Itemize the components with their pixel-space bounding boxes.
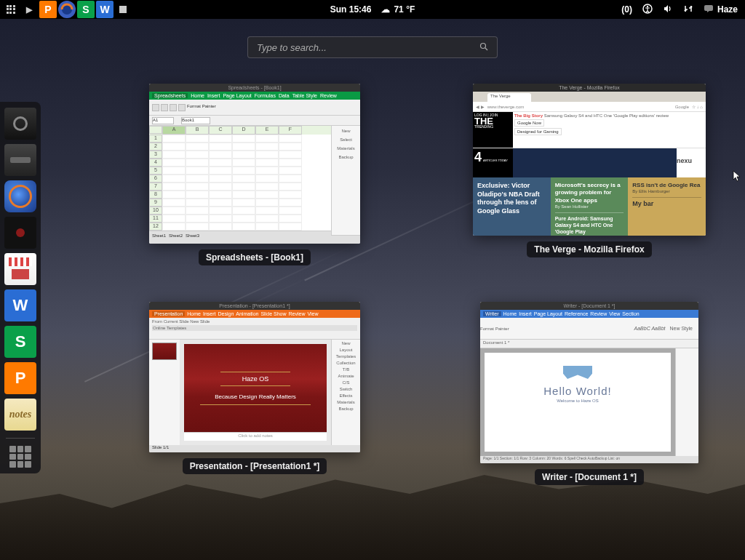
toolbar: From Current Slide New Slide Online Temp… <box>149 318 360 340</box>
window-label: Spreadsheets - [Book1] <box>199 249 311 265</box>
taskbar-spreadsheets-icon[interactable]: S <box>77 1 95 18</box>
taskbar-presentation-icon[interactable]: P <box>39 1 57 18</box>
search-input[interactable]: Type to search... <box>247 36 498 58</box>
notification-count[interactable]: (0) <box>621 4 632 15</box>
user-label: Haze <box>717 4 738 15</box>
svg-rect-3 <box>704 5 713 11</box>
window-overview: Spreadsheets - [Book1] Spreadsheets Home… <box>131 84 713 485</box>
statusbar: Slide 1/1 <box>149 445 360 452</box>
titlebar: Presentation - [Presentation1 *] <box>149 302 360 310</box>
chat-icon <box>704 4 714 15</box>
window-label: Writer - [Document 1 *] <box>535 469 644 485</box>
svg-point-2 <box>647 5 648 7</box>
titlebar: The Verge - Mozilla Firefox <box>473 84 706 92</box>
slide-canvas: Haze OS Because Design Really Matters Cl… <box>180 340 331 445</box>
user-menu[interactable]: Haze <box>704 4 738 15</box>
ribbon-graphic <box>563 366 592 379</box>
titlebar: Spreadsheets - [Book1] <box>149 84 360 92</box>
taskbar-writer-icon[interactable]: W <box>96 1 113 18</box>
window-thumb: Presentation - [Presentation1 *] Present… <box>149 302 360 452</box>
search-icon <box>479 42 488 53</box>
svg-point-4 <box>481 43 486 48</box>
spreadsheet-grid: A B C D E F 123456789101112 Sheet1 Sheet… <box>149 126 331 235</box>
side-panel <box>675 348 698 456</box>
slide-thumbnail <box>152 343 177 360</box>
dash-separator <box>6 438 35 439</box>
svg-line-5 <box>485 48 487 50</box>
side-panel: NewLayout TemplatesCollection T/BAnimate… <box>331 340 360 445</box>
side-panel: New Select Materials Backup <box>331 126 360 235</box>
taskbar-firefox-icon[interactable] <box>58 1 76 18</box>
menubar: Presentation HomeInsert DesignAnimation … <box>149 310 360 318</box>
top-panel: ▶ P S W Sun 15:46 ☁ 71 °F (0) Haze <box>0 0 745 19</box>
dash-notes-icon[interactable]: notes <box>4 399 36 431</box>
toolbar: Format Painter AaBbC AaBbt New Style <box>480 318 698 340</box>
doc-tab: Document 1 * <box>480 340 698 348</box>
dash-spreadsheets-icon[interactable]: S <box>4 326 36 358</box>
weather-indicator[interactable]: ☁ 71 °F <box>381 4 415 15</box>
url-bar: ◀ ▶ www.theverge.com Google ☆ ↓ ⌂ <box>473 102 706 112</box>
toolbar: Format Painter <box>149 100 360 116</box>
window-writer[interactable]: Writer - [Document 1 *] Writer HomeInser… <box>466 302 713 485</box>
search-placeholder: Type to search... <box>257 42 479 53</box>
dash-show-apps-icon[interactable] <box>9 446 31 468</box>
titlebar: Writer - [Document 1 *] <box>480 302 698 310</box>
activities-button[interactable] <box>3 2 19 17</box>
verge-sidebar: 4 ARTICLES TODAY <box>473 148 513 177</box>
window-presentation[interactable]: Presentation - [Presentation1 *] Present… <box>131 302 378 485</box>
dash: W S P notes <box>0 102 41 473</box>
page-content: LOG IN | JOIN THE TRENDING The Big Story… <box>473 112 706 236</box>
tab-strip: The Verge <box>473 92 706 102</box>
dash-camera-icon[interactable] <box>4 108 36 140</box>
sheet-tabs: Sheet1 Sheet2 Sheet3 <box>149 231 331 239</box>
dash-scanner-icon[interactable] <box>4 144 36 176</box>
taskbar-stop-icon[interactable] <box>119 6 127 13</box>
dash-writer-icon[interactable]: W <box>4 289 36 321</box>
window-thumb: Writer - [Document 1 *] Writer HomeInser… <box>480 302 698 463</box>
network-icon[interactable] <box>683 4 693 16</box>
window-label: Presentation - [Presentation1 *] <box>183 458 327 474</box>
hero-image <box>513 148 677 177</box>
window-thumb: Spreadsheets - [Book1] Spreadsheets Home… <box>149 84 360 244</box>
window-thumb: The Verge - Mozilla Firefox The Verge ◀ … <box>473 84 706 236</box>
weather-temp: 71 °F <box>394 4 415 15</box>
window-firefox[interactable]: The Verge - Mozilla Firefox The Verge ◀ … <box>466 84 713 265</box>
dash-presentation-icon[interactable]: P <box>4 362 36 394</box>
clock[interactable]: Sun 15:46 <box>330 4 372 15</box>
slide-panel <box>149 340 180 445</box>
menubar: Spreadsheets HomeInsert Page LayoutFormu… <box>149 92 360 100</box>
mouse-cursor <box>733 170 741 183</box>
formula-bar: A1 Book1 <box>149 116 360 126</box>
window-label: The Verge - Mozilla Firefox <box>527 241 651 257</box>
play-icon[interactable]: ▶ <box>20 1 38 18</box>
statusbar: Page: 1/1 Section: 1/1 Row: 3 Column: 20… <box>480 456 698 463</box>
volume-icon[interactable] <box>663 4 673 16</box>
menubar: Writer HomeInsert Page LayoutReference R… <box>480 310 698 318</box>
weather-icon: ☁ <box>381 4 390 15</box>
dash-firefox-icon[interactable] <box>4 180 36 212</box>
document-canvas: Hello World! Welcome to Haze OS <box>480 348 675 456</box>
verge-logo: LOG IN | JOIN THE TRENDING <box>473 112 513 148</box>
dash-record-icon[interactable] <box>4 217 36 249</box>
dash-software-icon[interactable] <box>4 253 36 285</box>
window-spreadsheets[interactable]: Spreadsheets - [Book1] Spreadsheets Home… <box>131 84 378 265</box>
accessibility-icon[interactable] <box>642 4 653 16</box>
article-card: RSS isn't de Google Rea By Ellis Hamburg… <box>628 177 706 236</box>
article-card: Microsoft's secrecy is a growing problem… <box>551 177 629 236</box>
nexus-ad: nexu <box>677 148 706 177</box>
article-card: Exclusive: Victor Oladipo's NBA Draft th… <box>473 177 551 236</box>
browser-tab: The Verge <box>487 93 531 102</box>
